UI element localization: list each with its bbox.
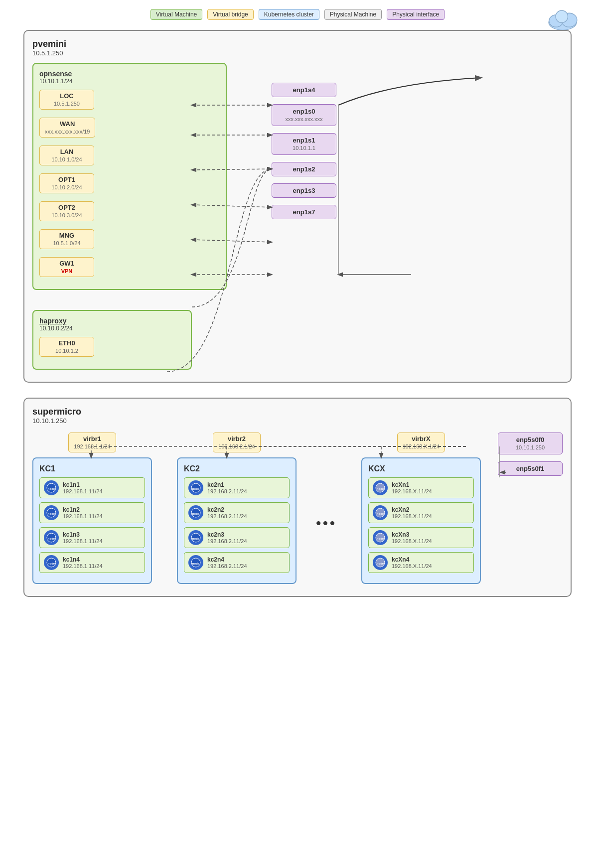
legend-item-vb: Virtual bridge — [207, 9, 254, 20]
svg-text:node: node — [48, 487, 55, 490]
kc1n2-icon: node — [44, 505, 59, 520]
opnsense-ip: 10.10.1.1/24 — [39, 78, 220, 85]
supermicro-title: supermicro — [32, 407, 563, 417]
kc1-cluster: KC1 node kc1n1 192.168.1.1 — [32, 457, 152, 584]
kc2n3-icon: node — [188, 530, 203, 545]
legend-pi-box: Physical interface — [387, 9, 445, 20]
legend-item-kc: Kubernetes cluster — [259, 9, 319, 20]
kcx-cluster: KCX node kcXn1 192.168.X.11/24 — [361, 457, 481, 584]
iface-loc: LOC 10.5.1.250 — [39, 90, 94, 110]
legend-vb-box: Virtual bridge — [207, 9, 254, 20]
pvemini-ip: 10.5.1.250 — [32, 49, 563, 57]
kc2n1-info: kc2n1 192.168.2.11/24 — [207, 481, 247, 494]
kc2n4-info: kc2n4 192.168.2.11/24 — [207, 556, 247, 569]
pvemini-title: pvemini — [32, 39, 563, 49]
kc1n1-info: kc1n1 192.168.1.11/24 — [63, 481, 103, 494]
kc1n2-info: kc1n2 192.168.1.11/24 — [63, 506, 103, 519]
svg-text:node: node — [48, 562, 55, 565]
phys-enp1s7: enp1s7 — [272, 205, 336, 219]
haproxy-ip: 10.10.0.2/24 — [39, 325, 185, 332]
kcx-title: KCX — [368, 464, 474, 473]
virbrx-bridge: virbrX 192.168.X.1/24 — [397, 433, 446, 452]
kcxn4-node: node kcXn4 192.168.X.11/24 — [368, 552, 474, 573]
kc2n3-node: node kc2n3 192.168.2.11/24 — [184, 527, 290, 548]
kc2n2-info: kc2n2 192.168.2.11/24 — [207, 506, 247, 519]
kcxn3-node: node kcXn3 192.168.X.11/24 — [368, 527, 474, 548]
kc2n2-node: node kc2n2 192.168.2.11/24 — [184, 502, 290, 523]
kc2n3-info: kc2n3 192.168.2.11/24 — [207, 531, 247, 544]
legend: Virtual Machine Virtual bridge Kubernete… — [0, 0, 595, 25]
haproxy-vm: haproxy 10.10.0.2/24 ETH0 10.10.1.2 — [32, 310, 192, 370]
phys-enp5s0f0: enp5s0f0 10.10.1.250 — [498, 433, 563, 454]
svg-text:node: node — [192, 537, 200, 540]
kcxn2-icon: node — [373, 505, 388, 520]
virbr2-bridge: virbr2 192.168.2.1/24 — [213, 433, 260, 452]
kc2-cluster: KC2 node kc2n1 192.168.2.11/24 — [177, 457, 297, 584]
kcxn2-info: kcXn2 192.168.X.11/24 — [392, 506, 432, 519]
svg-text:node: node — [192, 487, 200, 490]
opnsense-vm: opnsense 10.10.1.1/24 LOC 10.5.1.250 WAN… — [32, 63, 227, 290]
svg-text:node: node — [48, 537, 55, 540]
ellipsis: ••• — [306, 515, 346, 531]
kc1n3-node: node kc1n3 192.168.1.11/24 — [39, 527, 145, 548]
virbr1-bridge: virbr1 192.168.1.1/24 — [68, 433, 116, 452]
kc1n3-info: kc1n3 192.168.1.11/24 — [63, 531, 103, 544]
legend-vm-box: Virtual Machine — [150, 9, 203, 20]
kc1n4-info: kc1n4 192.168.1.11/24 — [63, 556, 103, 569]
supermicro-ip: 10.10.1.250 — [32, 417, 563, 425]
kc2n4-node: node kc2n4 192.168.2.11/24 — [184, 552, 290, 573]
kcxn2-node: node kcXn2 192.168.X.11/24 — [368, 502, 474, 523]
main-diagram: pvemini 10.5.1.250 opnsense 10.10.1.1/24… — [0, 25, 595, 602]
iface-opt1: OPT1 10.10.2.0/24 — [39, 173, 94, 193]
iface-eth0: ETH0 10.10.1.2 — [39, 337, 94, 357]
kcxn4-info: kcXn4 192.168.X.11/24 — [392, 556, 432, 569]
iface-opt2: OPT2 10.10.3.0/24 — [39, 201, 94, 221]
svg-text:node: node — [48, 512, 55, 515]
legend-pm-box: Physical Machine — [324, 9, 382, 20]
kc2n1-node: node kc2n1 192.168.2.11/24 — [184, 477, 290, 498]
legend-item-pi: Physical interface — [387, 9, 445, 20]
phys-enp5s0f1: enp5s0f1 — [498, 461, 563, 476]
kc1n4-icon: node — [44, 555, 59, 570]
svg-point-3 — [556, 10, 568, 23]
kcxn3-icon: node — [373, 530, 388, 545]
kc2n4-icon: node — [188, 555, 203, 570]
iface-gw1: GW1 VPN — [39, 257, 94, 277]
svg-text:node: node — [377, 562, 384, 565]
svg-text:node: node — [377, 487, 384, 490]
iface-mng: MNG 10.5.1.0/24 — [39, 229, 94, 249]
phys-enp1s4: enp1s4 — [272, 83, 336, 97]
kcxn1-node: node kcXn1 192.168.X.11/24 — [368, 477, 474, 498]
legend-kc-box: Kubernetes cluster — [259, 9, 319, 20]
kc2n1-icon: node — [188, 480, 203, 495]
legend-item-vm: Virtual Machine — [150, 9, 203, 20]
phys-enp1s0: enp1s0 xxx.xxx.xxx.xxx — [272, 104, 336, 126]
pvemini-machine: pvemini 10.5.1.250 opnsense 10.10.1.1/24… — [23, 30, 572, 383]
svg-text:node: node — [192, 512, 200, 515]
iface-wan: WAN xxx.xxx.xxx.xxx/19 — [39, 118, 95, 138]
kcxn3-info: kcXn3 192.168.X.11/24 — [392, 531, 432, 544]
kc1n3-icon: node — [44, 530, 59, 545]
phys-enp1s1: enp1s1 10.10.1.1 — [272, 133, 336, 155]
kc1n4-node: node kc1n4 192.168.1.11/24 — [39, 552, 145, 573]
kcxn4-icon: node — [373, 555, 388, 570]
kc2n2-icon: node — [188, 505, 203, 520]
iface-lan: LAN 10.10.1.0/24 — [39, 145, 94, 165]
kcxn1-info: kcXn1 192.168.X.11/24 — [392, 481, 432, 494]
kc2-title: KC2 — [184, 464, 290, 473]
phys-enp1s2: enp1s2 — [272, 162, 336, 176]
svg-text:node: node — [377, 512, 384, 515]
haproxy-title: haproxy — [39, 317, 185, 325]
kcxn1-icon: node — [373, 480, 388, 495]
opnsense-title: opnsense — [39, 70, 220, 78]
phys-enp1s3: enp1s3 — [272, 183, 336, 198]
legend-item-pm: Physical Machine — [324, 9, 382, 20]
kc1-title: KC1 — [39, 464, 145, 473]
svg-text:node: node — [377, 537, 384, 540]
kc1n2-node: node kc1n2 192.168.1.11/24 — [39, 502, 145, 523]
supermicro-machine: supermicro 10.10.1.250 virbr1 192.168.1.… — [23, 398, 572, 597]
kc1n1-icon: node — [44, 480, 59, 495]
svg-text:node: node — [192, 562, 200, 565]
kc1n1-node: node kc1n1 192.168.1.11/24 — [39, 477, 145, 498]
